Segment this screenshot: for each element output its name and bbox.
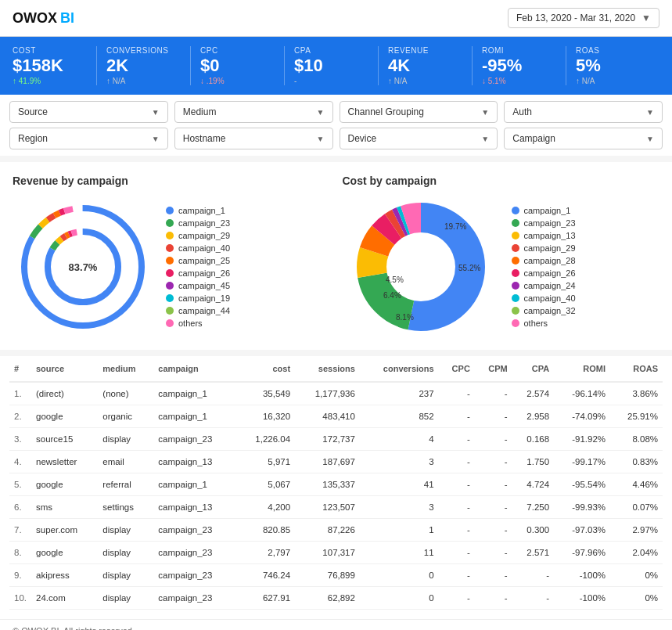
filter-auth[interactable]: Auth ▼ [504, 101, 663, 123]
table-cell: 0.168 [512, 428, 554, 451]
table-cell: - [475, 428, 512, 451]
col-header-romi: ROMI [554, 356, 610, 382]
table-cell: 4 [360, 428, 439, 451]
revenue-donut-svg: 83.7% [13, 196, 153, 337]
logo: OWOX BI [13, 10, 74, 27]
table-cell: 25.91% [610, 405, 663, 428]
table-cell: - [475, 405, 512, 428]
filter-region[interactable]: Region ▼ [9, 128, 168, 149]
metric-cpa-label: CPA [294, 46, 368, 55]
cost-chart-title: Cost by campaign [343, 175, 660, 187]
metric-cost-label: COST [13, 46, 87, 55]
filters: Source ▼ Medium ▼ Channel Grouping ▼ Aut… [0, 95, 672, 156]
metric-cpc: CPC $0 ↓ .19% [191, 46, 285, 85]
date-range-selector[interactable]: Feb 13, 2020 - Mar 31, 2020 ▼ [508, 8, 659, 28]
legend-item: campaign_23 [512, 218, 576, 228]
table-cell: display [98, 519, 153, 542]
table-cell: display [98, 587, 153, 610]
copyright-text: © OWOX BI. All rights reserved. [13, 626, 135, 630]
filter-source-label: Source [18, 106, 48, 117]
table-cell: campaign_13 [153, 496, 236, 519]
table-cell: 5. [9, 473, 31, 496]
legend-label: campaign_26 [524, 268, 576, 278]
filter-medium[interactable]: Medium ▼ [174, 101, 333, 123]
col-header-num: # [9, 356, 31, 382]
table-row: 7.super.comdisplaycampaign_23820.8587,22… [9, 519, 663, 542]
legend-label: campaign_29 [524, 243, 576, 253]
chevron-down-icon: ▼ [481, 135, 489, 143]
filter-device-label: Device [348, 133, 377, 144]
metric-roas-label: ROAS [576, 46, 650, 55]
table-cell: 41 [360, 473, 439, 496]
header: OWOX BI Feb 13, 2020 - Mar 31, 2020 ▼ [0, 0, 672, 37]
chevron-down-icon: ▼ [152, 108, 160, 117]
legend-label: campaign_23 [178, 218, 230, 228]
legend-dot [166, 269, 174, 277]
table-cell: 0.300 [512, 519, 554, 542]
metric-conversions: CONVERSIONS 2K ↑ N/A [97, 46, 191, 85]
legend-dot [166, 219, 174, 227]
table-cell: 8.08% [610, 428, 663, 451]
legend-item: campaign_23 [166, 218, 230, 228]
metric-cost-value: $158K [13, 56, 87, 75]
metric-cost-change: ↑ 41.9% [13, 77, 87, 85]
table-cell: referral [98, 473, 153, 496]
legend-item: others [166, 319, 230, 328]
table-header-row: # source medium campaign cost sessions c… [9, 356, 663, 382]
svg-text:55.2%: 55.2% [458, 264, 480, 272]
table-cell: -96.14% [554, 382, 610, 405]
table-cell: - [439, 519, 475, 542]
revenue-chart: Revenue by campaign 83.7% campaign_1 cam… [13, 175, 330, 337]
table-cell: 1,177,936 [295, 382, 360, 405]
col-header-source: source [31, 356, 98, 382]
table-row: 1.(direct)(none)campaign_135,5491,177,93… [9, 382, 663, 405]
legend-item: campaign_28 [512, 256, 576, 265]
svg-text:83.7%: 83.7% [69, 261, 98, 273]
legend-item: campaign_13 [512, 231, 576, 240]
table-row: 8.googledisplaycampaign_232,797107,31711… [9, 542, 663, 564]
legend-label: campaign_29 [178, 231, 230, 240]
table-cell: 0 [360, 564, 439, 587]
table-cell: 107,317 [295, 542, 360, 564]
filter-channel-grouping[interactable]: Channel Grouping ▼ [340, 101, 498, 123]
table-cell: 6. [9, 496, 31, 519]
metric-revenue: REVENUE 4K ↑ N/A [379, 46, 473, 85]
table-cell: 4,200 [237, 496, 295, 519]
metric-cpc-label: CPC [200, 46, 275, 55]
revenue-legend: campaign_1 campaign_23 campaign_29 campa… [166, 206, 230, 328]
legend-dot [166, 232, 174, 239]
legend-dot [512, 219, 519, 227]
svg-text:4.5%: 4.5% [386, 275, 404, 284]
table-cell: 3 [360, 451, 439, 473]
table-cell: - [439, 382, 475, 405]
legend-label: others [524, 319, 548, 328]
filter-hostname[interactable]: Hostname ▼ [174, 128, 333, 149]
table-cell: 4.724 [512, 473, 554, 496]
legend-dot [166, 319, 174, 327]
table-cell: akipress [31, 564, 98, 587]
table-cell: - [475, 496, 512, 519]
table-cell: 2. [9, 405, 31, 428]
metric-roas-change: ↑ N/A [576, 77, 650, 85]
metric-roas: ROAS 5% ↑ N/A [566, 46, 659, 85]
table-cell: -100% [554, 564, 610, 587]
filter-campaign[interactable]: Campaign ▼ [504, 128, 663, 149]
filter-device[interactable]: Device ▼ [340, 128, 498, 149]
table-cell: 0 [360, 587, 439, 610]
legend-label: campaign_25 [178, 256, 230, 265]
table-cell: -97.96% [554, 542, 610, 564]
table-cell: 746.24 [237, 564, 295, 587]
table-cell: 9. [9, 564, 31, 587]
filter-source[interactable]: Source ▼ [9, 101, 168, 123]
table-cell: 2.97% [610, 519, 663, 542]
svg-text:8.1%: 8.1% [396, 313, 414, 322]
chevron-down-icon: ▼ [317, 108, 325, 117]
legend-item: campaign_40 [166, 243, 230, 253]
table-cell: 2,797 [237, 542, 295, 564]
col-header-roas: ROAS [610, 356, 663, 382]
chevron-down-icon: ▼ [152, 135, 160, 143]
table-cell: - [439, 473, 475, 496]
legend-item: campaign_26 [166, 268, 230, 278]
metric-roas-value: 5% [576, 56, 650, 75]
table-row: 5.googlereferralcampaign_15,067135,33741… [9, 473, 663, 496]
